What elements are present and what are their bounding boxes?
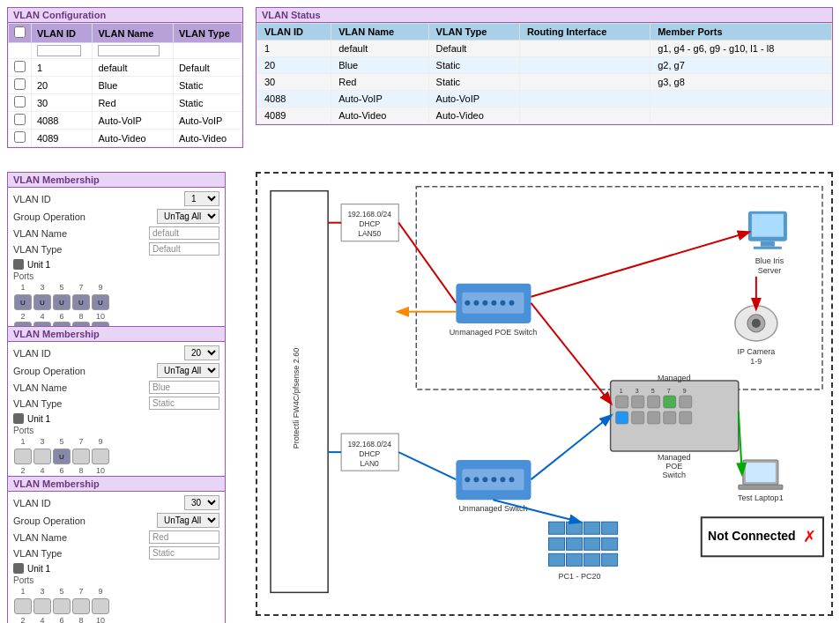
svg-rect-29 xyxy=(611,381,739,451)
filter-vlan-name[interactable] xyxy=(98,45,160,56)
unit-icon-3 xyxy=(13,563,24,574)
vlan-status-panel: VLAN Status VLAN ID VLAN Name VLAN Type … xyxy=(256,7,833,125)
svg-rect-75 xyxy=(602,522,618,534)
ports-label-2: Ports xyxy=(13,426,219,435)
table-row[interactable]: 4089 Auto-Video Auto-Video xyxy=(9,130,242,147)
vlan-name-cell: Auto-VoIP xyxy=(93,112,173,130)
svg-text:6: 6 xyxy=(651,418,655,424)
vlan-id-select-1[interactable]: 12030 xyxy=(184,191,219,206)
vlan-type-label: VLAN Type xyxy=(13,244,62,255)
group-op-select-3[interactable]: UnTag All xyxy=(157,513,219,528)
svg-line-87 xyxy=(531,233,747,297)
group-op-select-1[interactable]: UnTag All xyxy=(157,209,219,224)
svg-rect-47 xyxy=(648,412,660,424)
svg-text:POE: POE xyxy=(665,462,682,471)
svg-rect-82 xyxy=(584,553,600,566)
port-btn[interactable]: U xyxy=(14,294,32,310)
vlan-type-cell: Auto-VoIP xyxy=(173,112,242,130)
vlan-name-input-3[interactable] xyxy=(149,530,219,544)
vlan-config-panel: VLAN Configuration VLAN ID VLAN Name VLA… xyxy=(7,7,243,148)
svg-text:DHCP: DHCP xyxy=(359,219,380,228)
vlan-type-input-1[interactable] xyxy=(149,242,219,256)
svg-text:Blue Iris: Blue Iris xyxy=(755,256,784,265)
vlan-type-label-3: VLAN Type xyxy=(13,548,62,559)
vlan-name-input-2[interactable] xyxy=(149,381,219,394)
svg-rect-79 xyxy=(602,538,618,550)
port-btn[interactable] xyxy=(92,598,109,614)
unit-icon-1 xyxy=(13,259,24,270)
group-op-label: Group Operation xyxy=(13,211,85,222)
group-op-select-2[interactable]: UnTag All xyxy=(157,363,219,378)
group-op-label-3: Group Operation xyxy=(13,515,85,526)
svg-line-91 xyxy=(398,452,456,479)
svg-rect-54 xyxy=(748,211,787,241)
vlan-name-cell: Auto-Video xyxy=(93,130,173,147)
vlan-type-cell: Auto-Video xyxy=(173,130,242,147)
svg-point-62 xyxy=(752,319,761,328)
port-btn[interactable] xyxy=(33,449,51,464)
svg-rect-56 xyxy=(761,241,775,247)
vlan-type-label-2: VLAN Type xyxy=(13,398,62,409)
svg-line-92 xyxy=(493,500,579,522)
unit-icon-2 xyxy=(13,413,24,424)
svg-point-16 xyxy=(491,300,496,306)
svg-rect-37 xyxy=(648,396,660,408)
status-table-row: 4089Auto-VideoAuto-Video xyxy=(257,108,832,124)
port-btn[interactable] xyxy=(72,598,90,614)
port-btn[interactable]: U xyxy=(92,294,109,310)
vlan-name-cell: Blue xyxy=(93,77,173,94)
col-vlan-id: VLAN ID xyxy=(32,24,93,43)
status-col-type: VLAN Type xyxy=(428,24,519,41)
vlan-type-input-3[interactable] xyxy=(149,546,219,560)
row-checkbox[interactable] xyxy=(14,131,26,143)
svg-text:1: 1 xyxy=(620,388,623,394)
row-checkbox[interactable] xyxy=(14,96,26,108)
svg-rect-74 xyxy=(584,522,600,534)
vlan-id-cell: 1 xyxy=(32,59,93,77)
row-checkbox[interactable] xyxy=(14,114,26,125)
status-table-row: 1defaultDefaultg1, g4 - g6, g9 - g10, l1… xyxy=(257,41,832,57)
table-row[interactable]: 20 Blue Static xyxy=(9,77,242,94)
svg-point-23 xyxy=(473,477,479,482)
network-diagram: Protectli FW4C/pfsense 2.60 192.168.0/24… xyxy=(256,172,833,616)
table-row[interactable]: 4088 Auto-VoIP Auto-VoIP xyxy=(9,112,242,130)
svg-rect-48 xyxy=(664,412,676,424)
port-btn[interactable] xyxy=(53,598,71,614)
port-btn[interactable] xyxy=(14,449,32,464)
port-btn[interactable]: U xyxy=(72,294,90,310)
port-btn[interactable] xyxy=(72,449,90,464)
vlan-id-select-2[interactable]: 20130 xyxy=(184,345,219,360)
port-btn[interactable] xyxy=(92,449,109,464)
col-vlan-type: VLAN Type xyxy=(173,24,242,43)
select-all-checkbox[interactable] xyxy=(14,26,26,38)
svg-text:192.168.0/24: 192.168.0/24 xyxy=(347,210,391,219)
row-checkbox[interactable] xyxy=(14,78,26,90)
vlan-id-select-3[interactable]: 30120 xyxy=(184,495,219,510)
row-checkbox[interactable] xyxy=(14,61,26,72)
membership-panel-3: VLAN Membership VLAN ID 30120 Group Oper… xyxy=(7,476,226,623)
vlan-id-cell: 20 xyxy=(32,77,93,94)
port-btn[interactable] xyxy=(33,598,51,614)
svg-rect-0 xyxy=(271,191,328,593)
table-row[interactable]: 30 Red Static xyxy=(9,94,242,112)
svg-point-13 xyxy=(465,300,470,306)
status-col-name: VLAN Name xyxy=(331,24,428,41)
ports-label-1: Ports xyxy=(13,271,219,281)
table-row[interactable]: 1 default Default xyxy=(9,59,242,77)
port-btn[interactable] xyxy=(14,598,32,614)
port-btn[interactable]: U xyxy=(53,449,71,464)
svg-text:Unmanaged Switch: Unmanaged Switch xyxy=(458,504,527,513)
port-btn[interactable]: U xyxy=(53,294,71,310)
svg-point-26 xyxy=(500,477,505,482)
port-btn[interactable]: U xyxy=(33,294,51,310)
vlan-id-cell: 30 xyxy=(32,94,93,112)
filter-vlan-id[interactable] xyxy=(37,45,81,56)
svg-text:Not Connected: Not Connected xyxy=(708,529,796,543)
svg-text:2: 2 xyxy=(620,418,623,424)
membership-title-3: VLAN Membership xyxy=(8,477,225,492)
unit-label-2: Unit 1 xyxy=(27,414,50,424)
status-table-row: 20BlueStaticg2, g7 xyxy=(257,57,832,74)
svg-text:Server: Server xyxy=(758,266,782,275)
vlan-name-input-1[interactable] xyxy=(149,226,219,240)
vlan-type-input-2[interactable] xyxy=(149,397,219,410)
